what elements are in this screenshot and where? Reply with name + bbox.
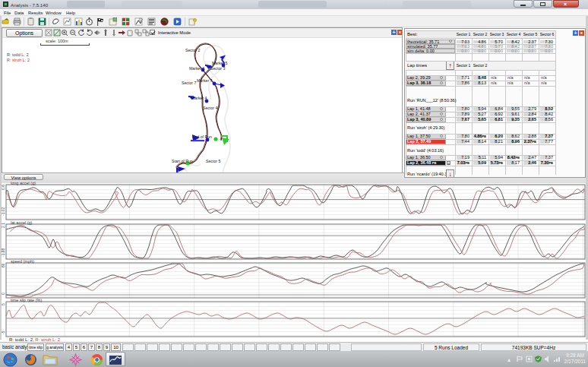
svg-text:time slip rate (%): time slip rate (%) [11,298,42,302]
svg-text:speed (mph): speed (mph) [11,259,34,264]
svg-text:long accel (g): long accel (g) [11,181,36,185]
svg-text:lat accel (g): lat accel (g) [11,220,33,225]
